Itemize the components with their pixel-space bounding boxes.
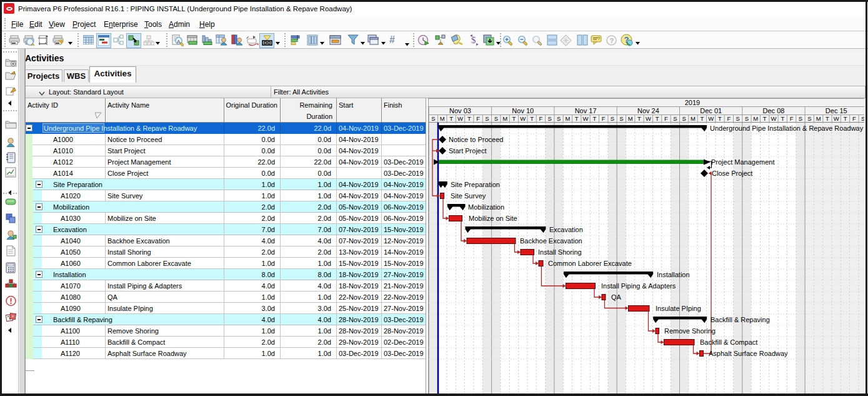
svg-text:Underground Pipe Installation: Underground Pipe Installation & Repave R… (710, 124, 864, 132)
svg-text:W: W (646, 115, 651, 122)
svg-text:Nov 24: Nov 24 (637, 107, 659, 114)
svg-text:S: S (682, 115, 686, 122)
svg-text:S: S (431, 115, 435, 122)
svg-text:Close Project: Close Project (712, 170, 752, 177)
svg-text:Nov 03: Nov 03 (449, 107, 471, 114)
svg-text:?: ? (610, 37, 614, 44)
svg-text:Excavation: Excavation (549, 226, 583, 233)
svg-text:F: F (539, 115, 542, 122)
svg-text:T: T (781, 115, 784, 122)
svg-text:Project Management: Project Management (711, 158, 775, 166)
svg-text:Site Preparation: Site Preparation (451, 181, 500, 188)
svg-text:2019: 2019 (685, 99, 700, 106)
svg-text:Nov 17: Nov 17 (575, 107, 597, 114)
svg-text:W: W (771, 115, 777, 122)
svg-text:S: S (548, 115, 552, 122)
svg-text:M: M (440, 115, 445, 122)
svg-text:F: F (664, 115, 668, 122)
svg-text:W: W (457, 115, 463, 122)
svg-text:Insulate PIping: Insulate PIping (656, 305, 701, 312)
svg-text:Install Piping & Adapters: Install Piping & Adapters (601, 282, 676, 290)
svg-text:T: T (530, 115, 534, 122)
svg-text:Remove Shoring: Remove Shoring (664, 327, 716, 335)
svg-text:W: W (834, 115, 839, 122)
svg-text:F: F (790, 115, 794, 122)
svg-text:S: S (736, 115, 739, 122)
svg-text:S: S (557, 115, 561, 122)
svg-text:Notice to Proceed: Notice to Proceed (449, 136, 503, 143)
svg-text:T: T (637, 115, 641, 122)
svg-text:T: T (826, 115, 829, 122)
svg-text:T: T (700, 115, 704, 122)
svg-text:?: ? (597, 36, 601, 41)
svg-text:T: T (844, 115, 847, 122)
svg-text:F: F (602, 115, 606, 122)
svg-text:Backfill & Compact: Backfill & Compact (700, 338, 757, 346)
svg-text:S: S (799, 115, 802, 122)
svg-text:T: T (512, 115, 516, 122)
svg-text:T: T (718, 115, 722, 122)
svg-text:S: S (611, 115, 614, 122)
svg-text:M: M (753, 115, 758, 122)
svg-text:M: M (628, 115, 633, 122)
svg-text:Install Shoring: Install Shoring (538, 248, 582, 256)
svg-text:T: T (592, 115, 596, 122)
svg-text:Dec 01: Dec 01 (700, 107, 722, 114)
svg-text:Mobilize on Site: Mobilize on Site (469, 215, 517, 222)
svg-text:F: F (727, 115, 731, 122)
svg-text:Nov 10: Nov 10 (512, 107, 534, 114)
svg-text:F: F (852, 115, 856, 122)
svg-text:M: M (502, 115, 507, 122)
svg-text:M: M (565, 115, 570, 122)
svg-text:Dec 08: Dec 08 (763, 107, 785, 114)
svg-text:M: M (691, 115, 696, 122)
svg-text:T: T (575, 115, 579, 122)
svg-text:T: T (763, 115, 767, 122)
svg-text:Installation: Installation (657, 271, 690, 278)
svg-text:Backhoe Excavation: Backhoe Excavation (520, 237, 582, 245)
svg-text:S: S (745, 115, 749, 122)
svg-text:Mobilization: Mobilization (468, 203, 504, 211)
svg-text:Backfill & Repaving: Backfill & Repaving (711, 316, 770, 323)
svg-text:W: W (708, 115, 714, 122)
svg-text:Common Laborer Excavate: Common Laborer Excavate (548, 260, 632, 267)
svg-text:S: S (807, 115, 811, 122)
svg-text:Asphalt Surface Roadway: Asphalt Surface Roadway (709, 350, 788, 357)
svg-text:Site Survey: Site Survey (451, 192, 486, 200)
svg-text:S: S (494, 115, 498, 122)
svg-text:Dec 15: Dec 15 (826, 107, 847, 114)
svg-text:A: A (177, 39, 181, 44)
svg-text:S: S (485, 115, 489, 122)
svg-text:F: F (476, 115, 480, 122)
svg-text:W: W (583, 115, 589, 122)
svg-text:Start Project: Start Project (449, 147, 487, 155)
svg-text:S: S (619, 115, 623, 122)
svg-text:S: S (673, 115, 677, 122)
svg-text:T: T (449, 115, 453, 122)
svg-text:W: W (520, 115, 526, 122)
svg-text:T: T (467, 115, 471, 122)
svg-text:S: S (861, 115, 864, 122)
svg-text:T: T (656, 115, 659, 122)
svg-text:QA: QA (611, 293, 622, 301)
svg-text:M: M (816, 115, 821, 122)
